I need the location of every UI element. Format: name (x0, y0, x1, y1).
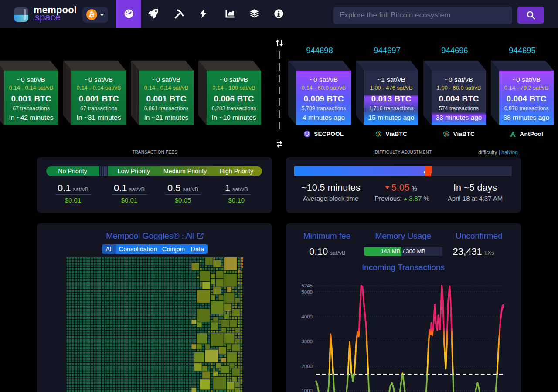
svg-text:₿: ₿ (377, 132, 380, 136)
svg-text:₿: ₿ (445, 132, 448, 136)
